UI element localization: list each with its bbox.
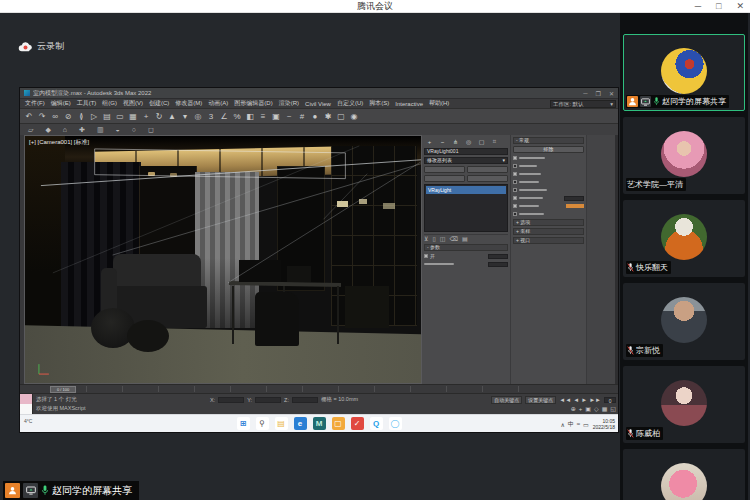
render-icon[interactable]: ◉ [348,112,360,121]
z-coordinate-field[interactable] [292,397,318,403]
set-key-button[interactable]: 设置关键点 [525,396,556,404]
hierarchy-tab-icon[interactable]: ⋔ [450,138,461,145]
angle-snap-icon[interactable]: ∠ [218,112,230,121]
participant-tile[interactable]: 平兰溪 [623,449,745,500]
max-close-button[interactable]: ✕ [609,90,614,97]
taskbar-weather[interactable]: 4°C [24,418,32,424]
menu-item[interactable]: 视图(V) [120,99,146,108]
current-frame-field[interactable]: 0 [604,397,616,403]
menu-item[interactable]: 图形编辑器(D) [231,99,275,108]
network-icon[interactable]: ≈ [577,421,580,427]
select-by-name-icon[interactable]: ▤ [101,112,113,121]
workspace-selector[interactable]: 工作区: 默认 ▾ [550,100,616,108]
pivot-ribbon-icon[interactable]: ○ [132,126,136,133]
menu-item[interactable]: 文件(F) [22,99,48,108]
selection-ribbon-icon[interactable]: ⌂ [63,126,67,133]
menu-item[interactable]: 工具(T) [74,99,100,108]
panel-button[interactable] [424,175,465,182]
maximize-button[interactable]: □ [716,0,721,13]
select-object-icon[interactable]: ▷ [88,112,100,121]
start-icon[interactable]: ⊞ [237,417,250,430]
unlink-icon[interactable]: ⊘ [62,112,74,121]
display-ribbon-icon[interactable]: ◻ [148,126,154,134]
menu-item[interactable]: 编辑(E) [48,99,74,108]
max-app-icon[interactable]: M [313,417,326,430]
menu-item[interactable]: 帮助(H) [426,99,452,108]
menu-item[interactable]: 创建(C) [146,99,172,108]
checkbox[interactable] [513,156,517,160]
panel-button[interactable] [467,166,508,173]
on-checkbox[interactable] [424,254,428,258]
snap-3d-icon[interactable]: 3 [205,112,217,121]
zoom-all-icon[interactable]: + [579,406,583,412]
modifier-stack[interactable]: VRayLight [424,184,508,232]
color-swatch[interactable] [566,204,584,208]
ime-icon[interactable]: 中 [568,420,574,429]
object-paint-ribbon-icon[interactable]: ✚ [79,126,85,134]
collapsed-rollout[interactable]: + 选项 [513,219,584,226]
menu-item[interactable]: 组(G) [99,99,120,108]
checkbox[interactable] [513,164,517,168]
fov-icon[interactable]: ◇ [594,405,599,412]
checkbox[interactable] [513,212,517,216]
utilities-tab-icon[interactable]: ⌗ [489,138,500,145]
redo-icon[interactable]: ↷ [36,112,48,121]
checkbox[interactable] [513,172,517,176]
cloud-recording-indicator[interactable]: 云录制 [18,40,64,53]
battery-icon[interactable]: ▭ [583,421,589,428]
checkbox[interactable] [513,188,517,192]
menu-item[interactable]: 修改器(M) [172,99,205,108]
file-explorer-icon[interactable]: ▤ [275,417,288,430]
go-to-end-icon[interactable]: ►► [589,397,601,403]
previous-frame-icon[interactable]: ◄ [573,397,579,403]
bind-spacewarp-icon[interactable]: ≬ [75,112,87,121]
maxscript-mini-listener[interactable] [20,394,33,414]
pivot-icon[interactable]: ◎ [192,112,204,121]
search-icon[interactable]: ⚲ [256,417,269,430]
rect-select-icon[interactable]: ▭ [114,112,126,121]
maximize-viewport-icon[interactable]: ◱ [610,405,616,412]
checkbox[interactable] [513,204,517,208]
menu-item[interactable]: 自定义(U) [334,99,366,108]
zoom-extents-icon[interactable]: ▣ [585,405,591,412]
participant-tile[interactable]: 赵同学的屏幕共享 [623,34,745,111]
y-coordinate-field[interactable] [255,397,281,403]
rotate-icon[interactable]: ↻ [153,112,165,121]
align-icon[interactable]: ≡ [257,112,269,121]
populate-ribbon-icon[interactable]: ▥ [97,126,104,134]
panel-button[interactable] [424,166,465,173]
qq-icon[interactable]: Q [370,417,383,430]
menu-item[interactable]: 脚本(S) [366,99,392,108]
motion-tab-icon[interactable]: ◎ [463,138,474,145]
multiplier-spinner[interactable] [564,196,584,201]
play-icon[interactable]: ► [581,397,587,403]
menu-item[interactable]: 动画(A) [205,99,231,108]
menu-item[interactable]: Interactive [392,101,426,107]
exclude-button[interactable]: 排除 [513,146,584,153]
stack-selected-item[interactable]: VRayLight [426,186,506,194]
mirror-icon[interactable]: ◧ [244,112,256,121]
select-move-icon[interactable]: + [140,112,152,121]
render-setup-icon[interactable]: ✱ [322,112,334,121]
timeline[interactable]: 0 / 100 [20,384,618,393]
panel-scrollbar[interactable] [615,135,618,384]
grids-ribbon-icon[interactable]: ◒ [116,126,120,133]
collapsed-rollout[interactable]: + 采样 [513,228,584,235]
participant-tile[interactable]: 陈威柏 [623,366,745,443]
display-tab-icon[interactable]: ▢ [476,138,487,145]
tray-expand-icon[interactable]: ∧ [560,421,564,428]
checkbox[interactable] [513,196,517,200]
material-editor-icon[interactable]: ● [309,112,321,121]
type-dropdown[interactable] [488,254,508,259]
screen-share-banner[interactable]: 赵同学的屏幕共享 [3,481,139,500]
make-unique-icon[interactable]: ◫ [440,235,446,242]
minimize-button[interactable]: ─ [695,0,701,13]
taskbar-clock[interactable]: 10:05 2022/5/18 [593,418,615,431]
x-coordinate-field[interactable] [218,397,244,403]
menu-item[interactable]: 渲染(R) [276,99,302,108]
close-button[interactable]: ✕ [736,0,744,13]
auto-key-button[interactable]: 自动关键点 [491,396,522,404]
configure-icon[interactable]: ▤ [462,235,468,242]
rollout-parameters[interactable]: - 参数 [424,244,508,251]
create-tab-icon[interactable]: + [424,139,435,145]
